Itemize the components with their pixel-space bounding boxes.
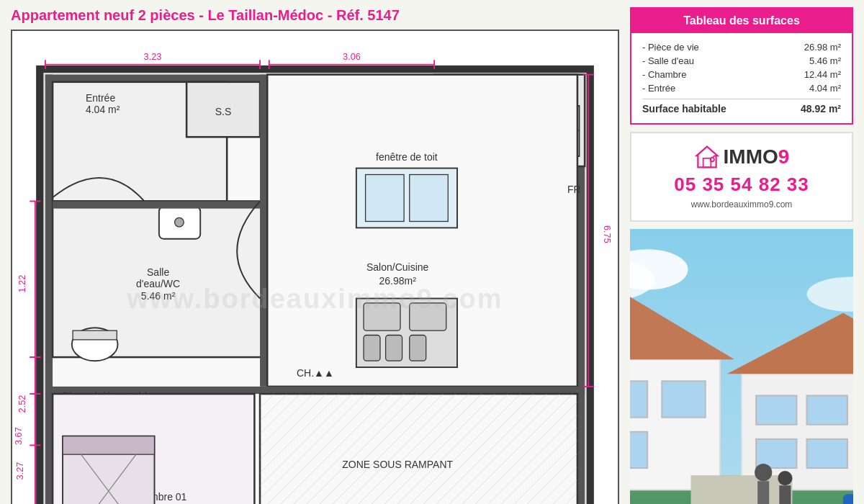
immo9-logo: IMMO9 — [642, 144, 841, 170]
surface-total-value: 48.92 m² — [801, 103, 841, 114]
immo9-brand-text: IMMO9 — [724, 145, 790, 168]
svg-rect-46 — [364, 335, 380, 361]
surface-label-3: - Chambre — [642, 69, 686, 80]
svg-rect-105 — [630, 359, 720, 490]
surface-value-2: 5.46 m² — [809, 55, 841, 66]
immo9-box: IMMO9 05 35 54 82 33 www.bordeauximmo9.c… — [630, 132, 853, 222]
svg-text:Salon/Cuisine: Salon/Cuisine — [366, 261, 429, 273]
svg-text:Entrée: Entrée — [86, 92, 115, 104]
svg-text:3.27: 3.27 — [14, 462, 25, 480]
svg-rect-33 — [260, 75, 267, 387]
page-title: Appartement neuf 2 pièces - Le Taillan-M… — [11, 7, 619, 24]
svg-text:1.22: 1.22 — [17, 275, 27, 293]
surface-value-4: 4.04 m² — [809, 83, 841, 94]
svg-point-99 — [710, 158, 714, 161]
svg-text:FR: FR — [567, 184, 581, 195]
svg-rect-118 — [807, 439, 847, 468]
svg-text:fenêtre de toit: fenêtre de toit — [376, 151, 438, 163]
surfaces-table: - Pièce de vie 26.98 m² - Salle d'eau 5.… — [631, 33, 852, 123]
surface-value-1: 26.98 m² — [804, 42, 841, 53]
svg-rect-48 — [410, 335, 426, 361]
surface-label-1: - Pièce de vie — [642, 42, 699, 53]
svg-rect-115 — [807, 395, 847, 424]
svg-text:3.06: 3.06 — [343, 51, 361, 62]
svg-rect-71 — [63, 436, 154, 454]
main-container: Appartement neuf 2 pièces - Le Taillan-M… — [0, 0, 864, 504]
svg-rect-128 — [843, 494, 853, 504]
svg-text:3.67: 3.67 — [13, 427, 24, 445]
surface-value-3: 12.44 m² — [804, 69, 841, 80]
svg-rect-30 — [73, 330, 117, 340]
svg-rect-111 — [630, 432, 647, 468]
svg-rect-42 — [410, 175, 449, 222]
svg-point-32 — [175, 217, 184, 227]
floor-plan-wrapper: www.bordeauximmo9.com 3.23 3.06 — [11, 30, 619, 504]
svg-text:5.46 m²: 5.46 m² — [141, 290, 176, 302]
svg-rect-11 — [45, 75, 53, 504]
surface-label-2: - Salle d'eau — [642, 55, 694, 66]
photo-box: Réf. 5147 — [630, 229, 853, 504]
svg-rect-120 — [691, 475, 793, 504]
svg-rect-47 — [386, 335, 402, 361]
surfaces-box: Tableau des surfaces - Pièce de vie 26.9… — [630, 7, 853, 125]
surfaces-row-total: Surface habitable 48.92 m² — [642, 99, 841, 116]
svg-rect-108 — [630, 381, 647, 417]
svg-text:d'eau/WC: d'eau/WC — [136, 278, 180, 289]
svg-marker-97 — [696, 147, 717, 168]
svg-rect-44 — [364, 303, 400, 330]
svg-text:Salle: Salle — [147, 266, 169, 278]
surface-total-label: Surface habitable — [642, 103, 726, 114]
svg-rect-45 — [410, 303, 446, 330]
svg-rect-41 — [366, 175, 405, 222]
svg-point-133 — [755, 464, 772, 481]
floor-plan-section: Appartement neuf 2 pièces - Le Taillan-M… — [11, 7, 619, 504]
svg-rect-134 — [757, 481, 769, 504]
svg-rect-10 — [45, 75, 293, 82]
svg-rect-136 — [779, 485, 791, 504]
svg-text:6.75: 6.75 — [602, 225, 613, 243]
svg-rect-117 — [756, 439, 796, 468]
surfaces-row-3: - Chambre 12.44 m² — [642, 68, 841, 81]
svg-text:2.52: 2.52 — [17, 395, 27, 413]
svg-rect-34 — [53, 201, 267, 208]
right-panel: Tableau des surfaces - Pièce de vie 26.9… — [630, 7, 853, 504]
surfaces-row-1: - Pièce de vie 26.98 m² — [642, 40, 841, 54]
svg-text:ZONE SOUS RAMPANT: ZONE SOUS RAMPANT — [342, 459, 453, 470]
surfaces-row-2: - Salle d'eau 5.46 m² — [642, 54, 841, 68]
svg-rect-109 — [662, 381, 705, 417]
svg-text:S.S: S.S — [215, 106, 232, 117]
svg-text:3.23: 3.23 — [144, 51, 162, 62]
floor-plan-svg: 3.23 3.06 LVT — [12, 31, 618, 504]
building-illustration — [630, 229, 853, 504]
surfaces-row-4: - Entrée 4.04 m² — [642, 81, 841, 95]
svg-point-135 — [778, 471, 792, 485]
surface-label-4: - Entrée — [642, 83, 675, 94]
immo9-phone[interactable]: 05 35 54 82 33 — [642, 174, 841, 196]
svg-text:4.04 m²: 4.04 m² — [86, 104, 120, 115]
svg-rect-114 — [756, 395, 796, 424]
surfaces-title: Tableau des surfaces — [631, 9, 852, 33]
svg-text:26.98m²: 26.98m² — [379, 275, 417, 287]
house-icon — [694, 144, 720, 170]
svg-rect-76 — [260, 394, 577, 504]
svg-text:CH.▲▲: CH.▲▲ — [297, 367, 334, 379]
immo9-website[interactable]: www.bordeauximmo9.com — [642, 199, 841, 210]
